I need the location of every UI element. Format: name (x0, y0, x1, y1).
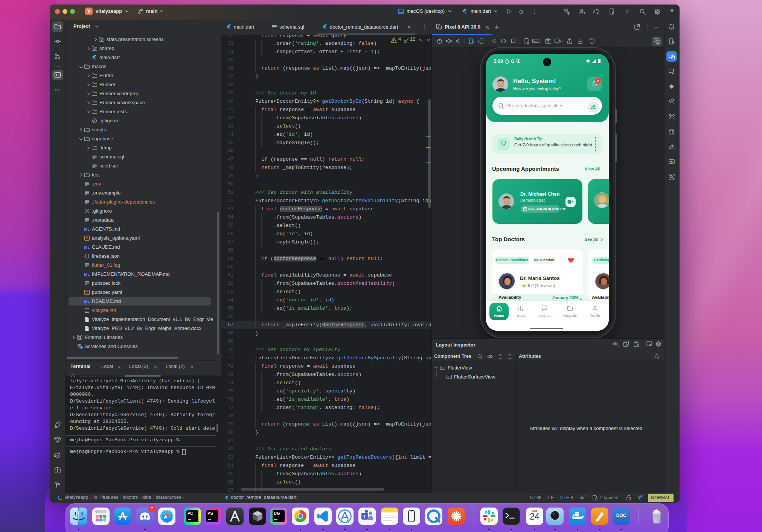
svg-text:T: T (363, 514, 366, 519)
svg-text:?: ? (448, 375, 450, 379)
svg-text:M: M (84, 272, 87, 277)
svg-text:M: M (84, 245, 87, 249)
svg-text:?: ? (442, 366, 443, 370)
svg-text:M: M (84, 227, 87, 231)
svg-text:M: M (84, 299, 87, 304)
